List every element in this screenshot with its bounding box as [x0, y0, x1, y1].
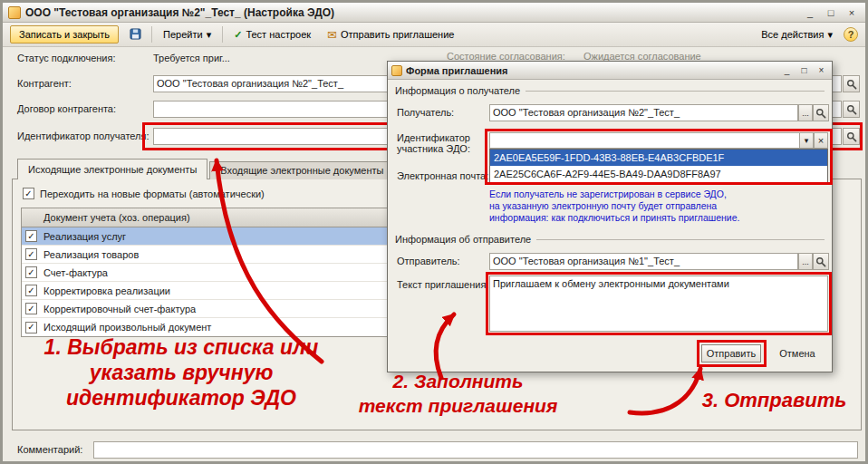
- contract-label: Договор контрагента:: [17, 103, 116, 114]
- check-icon: ✓: [234, 29, 242, 41]
- contract-lookup-button[interactable]: [843, 101, 860, 118]
- cancel-button[interactable]: Отмена: [772, 344, 823, 362]
- dialog-title: Форма приглашения: [406, 65, 776, 76]
- edo-id-label: участника ЭДО:: [397, 143, 470, 154]
- counterparty-lookup-button[interactable]: [843, 75, 860, 92]
- annotation-box-send-button: [697, 340, 767, 367]
- new-formats-checkbox[interactable]: ✓: [23, 188, 34, 199]
- dialog-icon: [391, 65, 402, 76]
- annotation-step1: 1. Выбрать из списка или указать вручную…: [23, 334, 340, 411]
- check-icon: ✓: [27, 304, 34, 314]
- tab-strip: Исходящие электронные документы Входящие…: [17, 159, 394, 179]
- close-button[interactable]: ×: [844, 5, 860, 19]
- send-invitation-label: Отправить приглашение: [341, 29, 454, 40]
- tab-incoming-documents[interactable]: Входящие электронные документы: [209, 161, 394, 179]
- new-formats-label: Переходить на новые форматы (автоматичес…: [40, 188, 265, 199]
- annotation-step1-line: указать вручную: [23, 360, 340, 385]
- maximize-button[interactable]: □: [823, 5, 839, 19]
- sender-lookup-button[interactable]: [813, 253, 829, 270]
- dialog-close-button[interactable]: ×: [815, 64, 828, 76]
- hint-text: на указанную электронную почту будет отп…: [489, 200, 717, 211]
- comment-input[interactable]: [93, 441, 858, 459]
- save-button[interactable]: [124, 25, 146, 44]
- annotation-box-edo-id: [485, 129, 833, 185]
- row-checkbox[interactable]: ✓: [25, 322, 37, 334]
- test-settings-button[interactable]: ✓ Тест настроек: [228, 25, 316, 44]
- comment-label: Комментарий:: [17, 444, 82, 455]
- check-icon: ✓: [27, 323, 34, 332]
- goto-button[interactable]: Перейти ▾: [158, 25, 217, 44]
- row-label: Счет-фактура: [43, 267, 108, 278]
- annotation-step2: 2. Заполнить текст приглашения: [347, 369, 569, 418]
- row-label: Исходящий произвольный документ: [43, 322, 211, 333]
- row-label: Реализация товаров: [43, 249, 139, 260]
- goto-label: Перейти: [163, 29, 203, 40]
- send-invitation-button[interactable]: ✉ Отправить приглашение: [322, 25, 459, 44]
- dialog-minimize-button[interactable]: _: [780, 64, 794, 76]
- all-actions-button[interactable]: Все действия ▾: [756, 25, 838, 44]
- recipient-ellipsis-button[interactable]: ...: [798, 104, 813, 121]
- status-label: Статус подключения:: [17, 53, 116, 63]
- magnifier-icon: [846, 79, 857, 90]
- magnifier-icon: [815, 108, 826, 119]
- row-checkbox[interactable]: ✓: [25, 230, 37, 242]
- window-title: ООО "Тестовая организация №2"_Тест_ (Нас…: [25, 6, 797, 19]
- annotation-step3-line: 3. Отправить: [686, 389, 863, 412]
- annotation-box-invite-text: [486, 272, 832, 335]
- recipient-field[interactable]: ООО "Тестовая организация №2"_Тест_: [489, 104, 798, 121]
- app-icon: [8, 6, 21, 19]
- magnifier-icon: [815, 256, 826, 267]
- tab-outgoing-documents[interactable]: Исходящие электронные документы: [17, 159, 207, 179]
- annotation-step2-line: текст приглашения: [347, 393, 569, 418]
- recipient-id-label: Идентификатор получателя:: [17, 130, 149, 141]
- row-checkbox[interactable]: ✓: [25, 266, 37, 278]
- magnifier-icon: [846, 104, 857, 115]
- sender-ellipsis-button[interactable]: ...: [798, 253, 813, 270]
- row-checkbox[interactable]: ✓: [25, 285, 37, 296]
- help-button[interactable]: ?: [844, 27, 858, 42]
- row-checkbox[interactable]: ✓: [25, 303, 37, 314]
- main-window: ООО "Тестовая организация №2"_Тест_ (Нас…: [0, 0, 868, 464]
- test-settings-label: Тест настроек: [246, 29, 311, 40]
- invitation-dialog: Форма приглашения _ □ × Информация о пол…: [387, 61, 833, 372]
- all-actions-label: Все действия: [761, 29, 824, 40]
- annotation-step3: 3. Отправить: [686, 389, 863, 412]
- recipient-label: Получатель:: [397, 107, 454, 118]
- check-icon: ✓: [27, 232, 34, 241]
- email-label: Электронная почта:: [397, 170, 488, 181]
- save-icon: [130, 28, 141, 42]
- chevron-down-icon: ▾: [207, 29, 212, 41]
- envelope-icon: ✉: [327, 29, 337, 41]
- save-and-close-button[interactable]: Записать и закрыть: [10, 25, 119, 44]
- sender-group-header: Информация об отправителе: [395, 234, 825, 245]
- annotation-step1-line: идентификатор ЭДО: [23, 385, 340, 411]
- minimize-button[interactable]: _: [802, 5, 818, 19]
- check-icon: ✓: [27, 250, 34, 259]
- sender-label: Отправитель:: [397, 256, 460, 266]
- status-value: Требуется приг...: [153, 53, 230, 63]
- recipient-group-label: Информация о получателе: [395, 85, 520, 96]
- invite-text-label: Текст приглашения:: [397, 279, 488, 290]
- toolbar-separator: [222, 26, 223, 43]
- dialog-title-bar: Форма приглашения _ □ ×: [388, 62, 832, 80]
- dialog-maximize-button[interactable]: □: [797, 64, 811, 76]
- check-icon: ✓: [24, 189, 32, 198]
- chevron-down-icon: ▾: [827, 29, 833, 41]
- row-checkbox[interactable]: ✓: [25, 248, 37, 260]
- annotation-step2-line: 2. Заполнить: [347, 369, 569, 393]
- check-icon: ✓: [27, 286, 34, 295]
- recipient-lookup-button[interactable]: [813, 104, 829, 121]
- recipient-group-header: Информация о получателе: [395, 85, 825, 96]
- row-label: Корректировка реализации: [43, 285, 170, 296]
- hint-text: Если получатель не зарегистрирован в сер…: [489, 188, 727, 199]
- title-bar: ООО "Тестовая организация №2"_Тест_ (Нас…: [3, 3, 865, 23]
- new-formats-row: ✓ Переходить на новые форматы (автоматич…: [23, 188, 265, 199]
- counterparty-label: Контрагент:: [17, 78, 72, 89]
- edo-id-label: Идентификатор: [397, 132, 470, 143]
- annotation-step1-line: 1. Выбрать из списка или: [23, 334, 340, 360]
- hint-text: информация: как подключиться и принять п…: [489, 212, 739, 223]
- sender-field[interactable]: ООО "Тестовая организация №1"_Тест_: [489, 253, 798, 270]
- row-label: Реализация услуг: [43, 231, 126, 242]
- toolbar: Записать и закрыть Перейти ▾ ✓ Тест наст…: [3, 23, 865, 47]
- row-label: Корректировочный счет-фактура: [43, 304, 196, 314]
